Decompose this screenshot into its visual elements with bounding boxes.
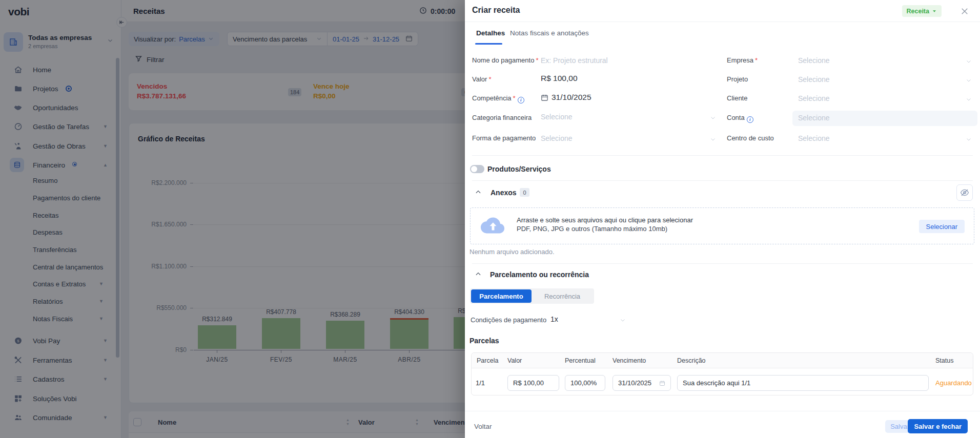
drawer-header: Criar receita Receita (465, 0, 980, 22)
parcela-number: 1/1 (476, 379, 485, 387)
cloud-upload-icon (480, 215, 505, 238)
file-dropzone[interactable]: Arraste e solte seus arquivos aqui ou cl… (470, 207, 974, 244)
app-root: vobi Todas as empresas 2 empresas Home P… (0, 0, 980, 438)
categoria-select[interactable]: Selecione (541, 113, 573, 121)
field-label-conta: Contai (727, 114, 753, 123)
parcela-percentual-input[interactable] (565, 375, 605, 391)
parcela-descricao-input[interactable] (677, 375, 929, 391)
field-label-forma-pagamento: Forma de pagamento (472, 134, 536, 142)
select-files-button[interactable]: Selecionar (919, 220, 965, 233)
empresa-select[interactable]: Selecione (798, 56, 830, 65)
close-icon[interactable] (960, 7, 969, 16)
forma-pagamento-select[interactable]: Selecione (541, 134, 573, 142)
anexos-section-title: Anexos (491, 189, 517, 197)
parcelamento-recorrencia-segmented: Parcelamento Recorrência (470, 288, 594, 304)
chevron-down-icon (966, 135, 972, 144)
produtos-servicos-toggle[interactable] (470, 165, 484, 173)
field-label-centro-custo: Centro de custo (727, 134, 774, 142)
no-files-text: Nenhum arquivo adicionado. (469, 248, 555, 256)
parcelas-title: Parcelas (469, 337, 499, 345)
condicoes-label: Condições de pagamento (471, 316, 546, 324)
dropzone-subtext: PDF, PNG, JPG e outros (Tamanho máximo 1… (517, 225, 667, 233)
chevron-down-icon (966, 95, 972, 105)
parcela-vencimento-input[interactable]: 31/10/2025 (612, 375, 671, 391)
create-revenue-drawer: Criar receita Receita Detalhes Notas fis… (465, 0, 980, 438)
divider (472, 180, 973, 181)
active-tab-indicator (475, 43, 502, 45)
tab-notas-fiscais[interactable]: Notas fiscais e anotações (510, 29, 589, 37)
voltar-button[interactable]: Voltar (474, 423, 492, 430)
chevron-down-icon (966, 76, 972, 86)
field-label-empresa: Empresa* (727, 56, 758, 64)
divider (472, 155, 973, 156)
conta-select[interactable]: Selecione (792, 111, 977, 126)
dropzone-text: Arraste e solte seus arquivos aqui ou cl… (517, 216, 693, 224)
info-icon[interactable]: i (747, 116, 753, 123)
col-valor: Valor (507, 357, 522, 364)
parcela-status: Aguardando (935, 379, 972, 387)
field-label-valor: Valor* (472, 75, 491, 83)
segment-recorrencia[interactable]: Recorrência (532, 289, 593, 303)
divider (472, 263, 973, 264)
projeto-select[interactable]: Selecione (798, 75, 830, 84)
revenue-type-button[interactable]: Receita (902, 5, 942, 17)
cliente-select[interactable]: Selecione (798, 94, 830, 102)
parcelas-table: Parcela Valor Percentual Vencimento Desc… (471, 352, 973, 395)
calendar-icon (659, 380, 665, 386)
drawer-title: Criar receita (472, 6, 520, 15)
produtos-servicos-label: Produtos/Serviços (487, 165, 551, 173)
field-label-projeto: Projeto (727, 75, 748, 83)
chevron-down-icon (710, 135, 716, 144)
footer-divider (465, 411, 980, 411)
chevron-down-icon (966, 57, 972, 67)
segment-parcelamento[interactable]: Parcelamento (471, 289, 532, 303)
chevron-down-icon (710, 114, 716, 123)
parcelamento-section-title: Parcelamento ou recorrência (490, 270, 589, 279)
col-percentual: Percentual (565, 357, 596, 364)
field-label-categoria: Categoria financeira (472, 114, 532, 121)
tab-detalhes[interactable]: Detalhes (476, 29, 505, 37)
field-label-nome: Nome do pagamento* (472, 56, 538, 64)
anexos-count-badge: 0 (520, 188, 529, 197)
valor-input[interactable]: R$ 100,00 (541, 74, 578, 83)
revenue-type-label: Receita (907, 8, 929, 15)
col-descricao: Descrição (677, 357, 706, 364)
centro-custo-select[interactable]: Selecione (798, 134, 830, 142)
info-icon[interactable]: i (518, 97, 524, 103)
calendar-icon (541, 94, 548, 101)
competencia-input[interactable]: 31/10/2025 (541, 93, 591, 102)
field-label-competencia: Competência*i (472, 94, 524, 103)
parcela-valor-input[interactable] (507, 375, 559, 391)
collapse-section-icon[interactable] (475, 189, 482, 198)
parcelas-table-header: Parcela Valor Percentual Vencimento Desc… (472, 353, 973, 368)
condicoes-select[interactable]: 1x (550, 315, 558, 323)
field-label-cliente: Cliente (727, 94, 747, 102)
eye-off-button[interactable] (956, 184, 973, 201)
chevron-down-icon (620, 316, 626, 325)
col-status: Status (935, 357, 953, 364)
collapse-section-icon[interactable] (475, 270, 482, 280)
salvar-e-fechar-button[interactable]: Salvar e fechar (908, 419, 968, 433)
nome-input[interactable]: Ex: Projeto estrutural (541, 56, 608, 65)
col-parcela: Parcela (477, 357, 498, 364)
col-vencimento: Vencimento (612, 357, 646, 364)
